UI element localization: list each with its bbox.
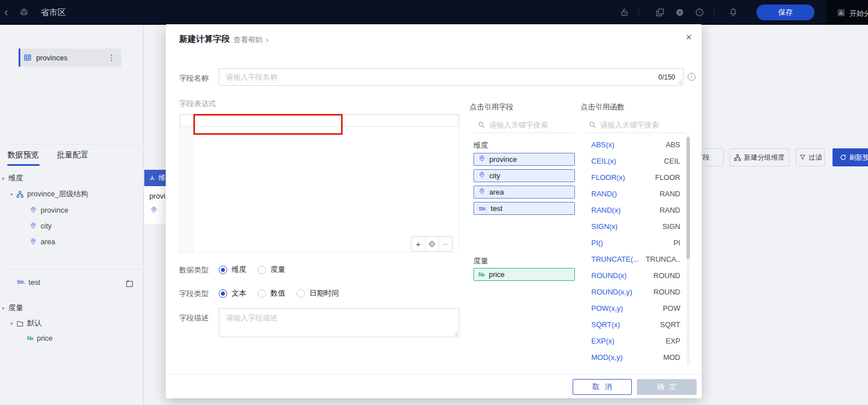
close-icon[interactable]: × xyxy=(683,31,695,43)
function-row[interactable]: RAND(x) RAND xyxy=(587,202,680,218)
lock-icon[interactable] xyxy=(620,8,629,17)
table-item-provinces[interactable]: provinces ⋮ xyxy=(19,49,121,67)
info-icon[interactable]: i xyxy=(688,73,696,81)
function-row[interactable]: SIGN(x) SIGN xyxy=(587,218,680,235)
function-row[interactable]: PI() PI xyxy=(587,235,680,251)
collapse-triangle-icon[interactable]: ▾ xyxy=(2,305,7,311)
radio-option[interactable]: 数值 xyxy=(258,288,285,298)
field-chip[interactable]: № price xyxy=(473,268,575,281)
tree-item-geo[interactable]: city xyxy=(0,218,141,234)
refresh-preview-button[interactable]: 刷新预览 xyxy=(832,148,868,166)
fields-search-input[interactable] xyxy=(489,121,563,129)
function-name[interactable]: FLOOR(x) xyxy=(591,173,625,182)
function-name[interactable]: RAND() xyxy=(591,190,617,198)
save-button[interactable]: 保存 xyxy=(756,5,814,20)
tree-item-price[interactable]: № price xyxy=(0,331,141,345)
help-icon[interactable]: ? xyxy=(695,8,704,17)
function-name[interactable]: SIGN(x) xyxy=(591,222,618,231)
sidebar-tab[interactable]: 批量配置 xyxy=(57,150,88,166)
function-row[interactable]: SQRT(x) SQRT xyxy=(587,316,680,333)
function-name[interactable]: ROUND(x,y) xyxy=(591,288,632,296)
function-name[interactable]: ROUND(x) xyxy=(591,271,627,280)
radio-option[interactable]: 日期时间 xyxy=(296,288,339,298)
field-chip-label: test xyxy=(491,204,503,213)
radio-option[interactable]: 度量 xyxy=(258,265,285,275)
sql-mode-icon[interactable] xyxy=(675,8,684,17)
radio-option[interactable]: 文本 xyxy=(219,288,246,298)
function-name[interactable]: POW(x,y) xyxy=(591,304,623,312)
function-row[interactable]: RAND() RAND xyxy=(587,186,680,202)
tree-item-test[interactable]: Str. test xyxy=(0,275,141,289)
field-chip[interactable]: city xyxy=(473,169,575,182)
char-counter: 0/150 xyxy=(658,73,675,81)
section-divider xyxy=(4,144,144,144)
notification-icon[interactable] xyxy=(729,8,738,17)
field-desc-input[interactable] xyxy=(219,309,459,337)
field-name-input[interactable] xyxy=(219,69,683,85)
function-row[interactable]: TRUNCATE(... TRUNCA.. xyxy=(587,251,680,267)
collapse-triangle-icon[interactable]: ▾ xyxy=(10,191,16,197)
zoom-out-button[interactable]: − xyxy=(439,237,452,251)
fit-center-button[interactable] xyxy=(425,237,439,251)
editor-first-line[interactable] xyxy=(180,115,459,127)
tree-item-label: area xyxy=(41,237,55,246)
filter-button[interactable]: 过滤 xyxy=(796,148,825,166)
scrollbar-thumb[interactable] xyxy=(687,137,690,259)
new-group-dimension-button[interactable]: 新建分组维度 xyxy=(729,148,789,166)
tree-item-geo[interactable]: area xyxy=(0,234,141,249)
start-analysis-zone[interactable]: 开始分析 xyxy=(827,0,868,25)
add-folder-icon[interactable] xyxy=(125,279,134,289)
function-name[interactable]: ABS(x) xyxy=(591,140,614,149)
field-chip[interactable]: province xyxy=(473,153,575,166)
field-name-input-wrap: 0/150 xyxy=(219,68,684,86)
function-row[interactable]: MOD(x,y) MOD xyxy=(587,349,680,366)
function-name[interactable]: MOD(x,y) xyxy=(591,353,623,362)
data-type-label: 数据类型 xyxy=(179,265,209,275)
function-row[interactable]: EXP(x) EXP xyxy=(587,333,680,349)
function-row[interactable]: ROUND(x) ROUND xyxy=(587,267,680,284)
cancel-button[interactable]: 取消 xyxy=(573,379,632,395)
tree-item-geo[interactable]: province xyxy=(0,202,141,218)
dialog-footer: 取消 确定 xyxy=(166,374,702,398)
field-chip[interactable]: Str. test xyxy=(473,202,575,215)
function-name[interactable]: PI() xyxy=(591,239,603,247)
table-item-menu-icon[interactable]: ⋮ xyxy=(108,53,116,62)
zoom-in-button[interactable]: + xyxy=(411,237,425,251)
function-row[interactable]: FLOOR(x) FLOOR xyxy=(587,169,680,186)
tree-item-hierarchy[interactable]: ▾ province_层级结构 xyxy=(0,187,141,201)
radio-icon[interactable] xyxy=(219,266,227,274)
collapse-triangle-icon[interactable]: ▾ xyxy=(2,175,7,182)
function-name[interactable]: EXP(x) xyxy=(591,337,614,345)
tree-group-measures[interactable]: ▾ 度量 xyxy=(0,301,141,315)
function-row[interactable]: CEIL(x) CEIL xyxy=(587,153,680,169)
field-chip[interactable]: area xyxy=(473,186,575,199)
radio-icon[interactable] xyxy=(296,289,305,298)
expression-editor[interactable] xyxy=(179,114,459,253)
function-row[interactable]: POW(x,y) POW xyxy=(587,300,680,316)
funnel-icon xyxy=(799,154,806,161)
collapse-triangle-icon[interactable]: ▾ xyxy=(10,320,16,327)
top-navbar: ‹ 省市区 ? 保存 开始分析 xyxy=(0,0,868,25)
function-name[interactable]: CEIL(x) xyxy=(591,157,616,165)
radio-icon[interactable] xyxy=(258,266,266,274)
function-row[interactable]: ABS(x) ABS xyxy=(587,137,680,153)
help-link[interactable]: 查看帮助› xyxy=(233,35,268,45)
copy-icon[interactable] xyxy=(656,8,665,17)
sidebar-tab[interactable]: 数据预览 xyxy=(7,150,39,166)
field-chip-label: province xyxy=(489,155,517,164)
function-name[interactable]: RAND(x) xyxy=(591,206,621,214)
functions-search-input[interactable] xyxy=(600,121,674,129)
function-name[interactable]: SQRT(x) xyxy=(591,320,620,329)
back-chevron-icon[interactable]: ‹ xyxy=(1,5,11,20)
ok-button[interactable]: 确定 xyxy=(637,379,697,395)
tree-group-dimensions[interactable]: ▾ 维度 xyxy=(0,171,141,185)
radio-icon[interactable] xyxy=(219,289,227,298)
geo-pin-icon xyxy=(150,206,157,215)
function-name[interactable]: TRUNCATE(... xyxy=(591,255,639,263)
geo-pin-icon xyxy=(479,188,485,196)
tree-item-label: province_层级结构 xyxy=(27,189,88,199)
function-row[interactable]: ROUND(x,y) ROUND xyxy=(587,284,680,300)
radio-option[interactable]: 维度 xyxy=(219,265,246,275)
radio-icon[interactable] xyxy=(258,289,266,298)
tree-item-default-folder[interactable]: ▾ 默认 xyxy=(0,316,141,330)
